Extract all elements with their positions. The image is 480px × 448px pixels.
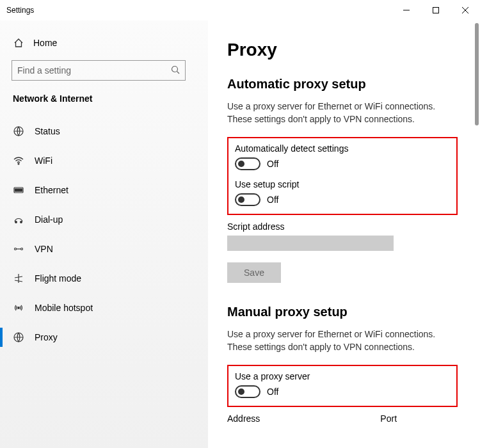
proxy-icon — [13, 332, 24, 343]
svg-line-5 — [177, 71, 180, 74]
home-icon — [13, 37, 24, 49]
sidebar-item-wifi[interactable]: WiFi — [12, 146, 208, 175]
use-proxy-toggle[interactable] — [235, 385, 260, 398]
home-link[interactable]: Home — [12, 33, 208, 60]
script-address-label: Script address — [227, 221, 465, 232]
setup-script-state: Off — [267, 195, 278, 205]
svg-point-4 — [172, 66, 178, 72]
svg-point-15 — [15, 248, 17, 250]
sidebar-item-label: VPN — [35, 244, 53, 254]
use-proxy-label: Use a proxy server — [235, 371, 450, 381]
port-label: Port — [380, 413, 397, 424]
svg-rect-11 — [19, 189, 20, 191]
sidebar-item-hotspot[interactable]: Mobile hotspot — [12, 293, 208, 323]
sidebar-item-label: WiFi — [35, 156, 52, 166]
auto-section-title: Automatic proxy setup — [227, 77, 465, 92]
manual-section-title: Manual proxy setup — [227, 305, 465, 319]
search-icon — [171, 65, 180, 76]
setup-script-label: Use setup script — [235, 179, 450, 189]
sidebar: Home Find a setting Network & Internet S… — [0, 20, 208, 448]
dialup-icon — [13, 214, 24, 225]
hotspot-icon — [13, 302, 24, 314]
sidebar-item-label: Proxy — [35, 332, 58, 342]
category-title: Network & Internet — [13, 93, 208, 104]
main-panel: Proxy Automatic proxy setup Use a proxy … — [208, 20, 480, 448]
sidebar-item-label: Dial-up — [35, 214, 63, 225]
manual-section-desc: Use a proxy server for Ethernet or WiFi … — [227, 328, 458, 353]
page-title: Proxy — [227, 40, 465, 60]
sidebar-item-flight[interactable]: Flight mode — [12, 264, 208, 293]
auto-detect-toggle[interactable] — [235, 157, 260, 170]
auto-detect-label: Automatically detect settings — [235, 143, 450, 154]
save-button[interactable]: Save — [227, 262, 281, 283]
svg-point-7 — [18, 163, 19, 164]
svg-point-16 — [21, 248, 23, 250]
svg-rect-12 — [21, 189, 22, 191]
auto-detect-state: Off — [267, 159, 278, 169]
window-title: Settings — [6, 6, 34, 15]
sidebar-item-label: Mobile hotspot — [35, 303, 93, 313]
titlebar: Settings — [0, 0, 480, 20]
ethernet-icon — [13, 184, 24, 196]
sidebar-item-vpn[interactable]: VPN — [12, 234, 208, 264]
sidebar-item-label: Ethernet — [35, 185, 68, 195]
home-label: Home — [33, 38, 57, 48]
minimize-button[interactable] — [392, 0, 421, 20]
auto-highlight-box: Automatically detect settings Off Use se… — [227, 137, 458, 215]
use-proxy-state: Off — [267, 387, 278, 397]
svg-point-17 — [18, 307, 20, 309]
svg-point-13 — [15, 221, 17, 223]
sidebar-item-label: Flight mode — [35, 273, 81, 284]
vpn-icon — [13, 243, 24, 255]
svg-point-14 — [20, 221, 22, 223]
address-label: Address — [227, 413, 260, 424]
svg-rect-9 — [15, 189, 17, 191]
svg-rect-1 — [433, 8, 439, 13]
sidebar-item-proxy[interactable]: Proxy — [12, 323, 208, 352]
maximize-button[interactable] — [421, 0, 451, 20]
manual-highlight-box: Use a proxy server Off — [227, 365, 458, 407]
auto-section-desc: Use a proxy server for Ethernet or WiFi … — [227, 100, 458, 125]
sidebar-item-ethernet[interactable]: Ethernet — [12, 175, 208, 205]
scrollbar[interactable] — [475, 23, 479, 125]
flight-icon — [13, 273, 24, 284]
setup-script-toggle[interactable] — [235, 193, 260, 206]
close-button[interactable] — [451, 0, 480, 20]
sidebar-item-status[interactable]: Status — [12, 116, 208, 146]
status-icon — [13, 125, 24, 137]
sidebar-item-dialup[interactable]: Dial-up — [12, 205, 208, 234]
svg-rect-10 — [17, 189, 19, 191]
sidebar-item-label: Status — [35, 126, 60, 136]
search-placeholder: Find a setting — [17, 65, 171, 76]
wifi-icon — [13, 155, 24, 166]
script-address-input[interactable] — [227, 236, 394, 251]
search-input[interactable]: Find a setting — [12, 60, 186, 81]
